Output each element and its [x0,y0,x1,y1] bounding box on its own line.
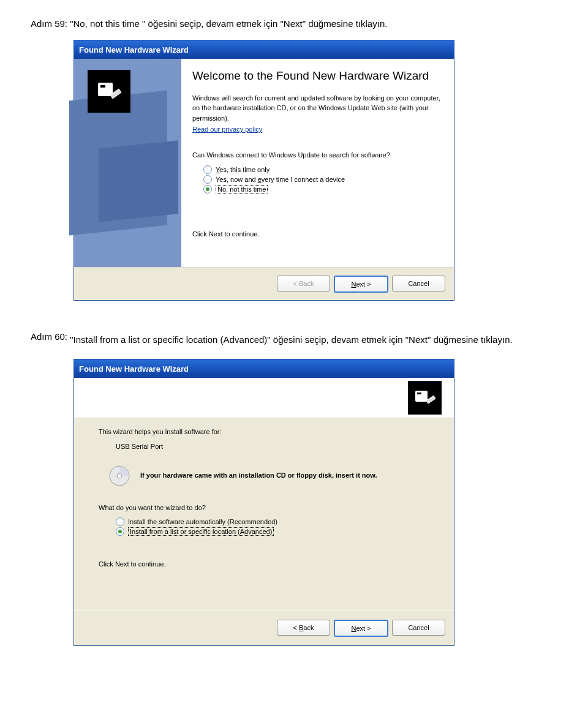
button-bar: < Back Next > Cancel [74,611,454,645]
button-bar: < Back Next > Cancel [74,268,454,300]
radio-label: Install from a list or specific location… [128,527,274,536]
radio-label: Install the software automatically (Reco… [128,518,277,525]
step-text: "Install from a list or specific locatio… [70,331,535,348]
cancel-button[interactable]: Cancel [392,620,445,636]
wizard-content: This wizard helps you install software f… [74,418,454,611]
found-new-hardware-wizard-dialog: Found New Hardware Wizard This wizard he… [74,359,454,646]
wizard-banner [74,378,454,418]
window-titlebar: Found New Hardware Wizard [74,40,454,59]
device-name: USB Serial Port [116,443,429,450]
cancel-button[interactable]: Cancel [392,276,445,291]
radio-specific-location[interactable]: Install from a list or specific location… [116,527,429,536]
radio-button-icon [116,517,124,526]
window-titlebar: Found New Hardware Wizard [74,359,454,378]
radio-label: No, not this time [216,185,268,194]
radio-button-selected-icon [116,527,124,536]
help-text: This wizard helps you install software f… [99,428,429,435]
step-60-instruction: Adım 60: "Install from a list or specifi… [31,331,557,348]
cd-hint: If your hardware came with an installati… [107,464,429,488]
svg-rect-2 [415,391,428,402]
wizard-side-panel [74,59,181,267]
cd-icon [107,464,132,488]
back-button[interactable]: < Back [277,620,330,636]
step-59-instruction: Adım 59: "No, not this time " öğesini se… [31,18,557,29]
wizard-heading: Welcome to the Found New Hardware Wizard [192,69,443,83]
step-text: "No, not this time " öğesini seçip, deva… [70,18,387,29]
back-button: < Back [277,276,330,291]
found-new-hardware-wizard-dialog: Found New Hardware Wizard Welcome to the… [74,40,454,301]
radio-button-icon [203,165,212,174]
radio-yes-always[interactable]: Yes, now and every time I connect a devi… [203,175,443,184]
continue-text: Click Next to continue. [99,560,429,568]
step-label: Adım 60: [31,331,67,342]
step-label: Adım 59: [31,18,67,29]
next-button[interactable]: Next > [334,276,388,293]
wizard-intro: Windows will search for current and upda… [192,93,443,124]
privacy-link[interactable]: Read our privacy policy [192,126,262,133]
radio-yes-once[interactable]: Yes, this time only [203,165,443,174]
svg-rect-3 [417,393,421,394]
radio-auto-install[interactable]: Install the software automatically (Reco… [116,517,429,526]
window-title: Found New Hardware Wizard [79,364,189,374]
svg-rect-1 [100,85,105,88]
radio-no[interactable]: No, not this time [203,185,443,194]
svg-rect-0 [98,83,113,96]
hardware-icon [408,381,442,415]
wizard-question: Can Windows connect to Windows Update to… [192,150,443,160]
hardware-icon [88,70,130,113]
continue-text: Click Next to continue. [192,230,443,238]
radio-label: Yes, this time only [216,166,270,173]
wizard-question: What do you want the wizard to do? [99,504,429,511]
radio-button-icon [203,175,212,184]
wizard-content: Welcome to the Found New Hardware Wizard… [181,59,454,267]
window-title: Found New Hardware Wizard [79,45,189,54]
next-button[interactable]: Next > [334,620,388,637]
cd-text: If your hardware came with an installati… [140,471,377,480]
radio-label: Yes, now and every time I connect a devi… [216,176,345,183]
radio-button-selected-icon [203,185,212,194]
